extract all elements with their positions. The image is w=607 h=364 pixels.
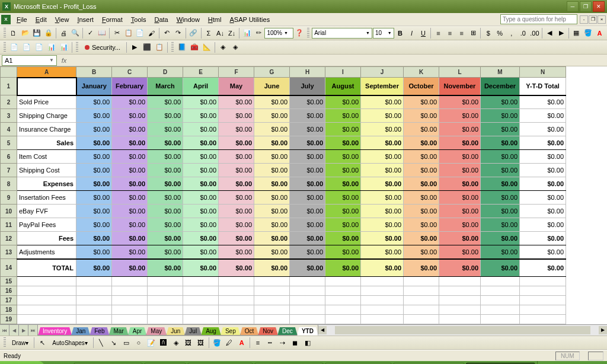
- empty-cell[interactable]: [76, 277, 112, 286]
- data-cell[interactable]: $0.00: [361, 232, 404, 245]
- data-cell[interactable]: $0.00: [254, 245, 290, 259]
- menu-window[interactable]: Window: [172, 14, 204, 25]
- empty-cell[interactable]: [17, 277, 76, 286]
- data-cell[interactable]: $0.00: [325, 205, 361, 218]
- empty-cell[interactable]: [219, 277, 254, 286]
- formula-input[interactable]: [71, 55, 607, 66]
- picture-icon[interactable]: 🖼: [195, 337, 207, 349]
- data-cell[interactable]: $0.00: [290, 259, 325, 277]
- row-header-4[interactable]: 4: [1, 123, 17, 136]
- data-cell[interactable]: $0.00: [148, 245, 183, 259]
- row-label[interactable]: Expenses: [17, 177, 76, 191]
- empty-cell[interactable]: [520, 296, 566, 305]
- line-icon[interactable]: ╲: [95, 337, 107, 349]
- empty-cell[interactable]: [290, 286, 325, 296]
- data-cell[interactable]: $0.00: [290, 150, 325, 164]
- toolbar-grip[interactable]: [307, 28, 309, 39]
- empty-cell[interactable]: [520, 286, 566, 296]
- data-cell[interactable]: $0.00: [361, 164, 404, 177]
- menu-format[interactable]: Format: [98, 14, 127, 25]
- data-cell[interactable]: $0.00: [439, 232, 481, 245]
- data-cell[interactable]: $0.00: [183, 245, 219, 259]
- row-label[interactable]: Insurance Charge: [17, 123, 76, 136]
- data-cell[interactable]: $0.00: [219, 205, 254, 218]
- sheet-tab-aug[interactable]: Aug: [201, 327, 221, 336]
- align-left-icon[interactable]: ≡: [433, 27, 444, 39]
- data-cell[interactable]: $0.00: [254, 136, 290, 150]
- data-cell[interactable]: $0.00: [404, 191, 439, 205]
- data-cell[interactable]: $0.00: [361, 150, 404, 164]
- data-cell[interactable]: $0.00: [112, 164, 148, 177]
- cell-A1[interactable]: [17, 78, 76, 95]
- data-cell[interactable]: $0.00: [325, 95, 361, 109]
- data-cell[interactable]: $0.00: [183, 177, 219, 191]
- data-cell[interactable]: $0.00: [254, 232, 290, 245]
- design-icon[interactable]: 📐: [201, 41, 213, 53]
- horizontal-scrollbar[interactable]: ◀▶: [318, 325, 607, 336]
- data-cell[interactable]: $0.00: [481, 232, 520, 245]
- data-cell[interactable]: $0.00: [439, 218, 481, 232]
- empty-cell[interactable]: [361, 305, 404, 315]
- data-cell[interactable]: $0.00: [76, 109, 112, 123]
- data-cell[interactable]: $0.00: [481, 109, 520, 123]
- row-header-18[interactable]: 18: [1, 305, 17, 315]
- column-header-M[interactable]: M: [481, 67, 520, 78]
- name-box[interactable]: A1▼: [2, 55, 57, 66]
- align-center-icon[interactable]: ≡: [445, 27, 456, 39]
- dash-style-icon[interactable]: ┅: [264, 337, 276, 349]
- data-cell[interactable]: $0.00: [148, 150, 183, 164]
- column-header-L[interactable]: L: [439, 67, 481, 78]
- data-cell[interactable]: $0.00: [183, 150, 219, 164]
- italic-icon[interactable]: I: [406, 27, 417, 39]
- sheet-tab-jan[interactable]: Jan: [71, 327, 90, 336]
- row-header-3[interactable]: 3: [1, 109, 17, 123]
- data-cell[interactable]: $0.00: [112, 177, 148, 191]
- data-cell[interactable]: $0.00: [481, 95, 520, 109]
- data-cell[interactable]: $0.00: [520, 164, 566, 177]
- close-button[interactable]: ✕: [593, 1, 605, 12]
- data-cell[interactable]: $0.00: [439, 259, 481, 277]
- row-label[interactable]: Sales: [17, 136, 76, 150]
- empty-cell[interactable]: [439, 315, 481, 324]
- data-cell[interactable]: $0.00: [290, 95, 325, 109]
- empty-cell[interactable]: [112, 296, 148, 305]
- row-label[interactable]: Shipping Charge: [17, 109, 76, 123]
- misc-icon[interactable]: ◈: [229, 41, 241, 53]
- data-cell[interactable]: $0.00: [481, 136, 520, 150]
- data-cell[interactable]: $0.00: [148, 218, 183, 232]
- align-right-icon[interactable]: ≡: [456, 27, 467, 39]
- row-header-9[interactable]: 9: [1, 191, 17, 205]
- tab-first-button[interactable]: ⏮: [0, 325, 9, 336]
- data-cell[interactable]: $0.00: [76, 177, 112, 191]
- help-icon[interactable]: ❓: [294, 27, 305, 39]
- row-header-13[interactable]: 13: [1, 245, 17, 259]
- data-cell[interactable]: $0.00: [520, 191, 566, 205]
- sort-asc-icon[interactable]: A↓: [215, 27, 226, 39]
- data-cell[interactable]: $0.00: [325, 218, 361, 232]
- row-header-10[interactable]: 10: [1, 205, 17, 218]
- menu-insert[interactable]: Insert: [73, 14, 98, 25]
- sheet-tab-feb[interactable]: Feb: [90, 327, 109, 336]
- data-cell[interactable]: $0.00: [439, 136, 481, 150]
- row-label[interactable]: PayPal Fees: [17, 218, 76, 232]
- row-label[interactable]: Item Cost: [17, 150, 76, 164]
- data-cell[interactable]: $0.00: [112, 218, 148, 232]
- empty-cell[interactable]: [219, 305, 254, 315]
- empty-cell[interactable]: [404, 305, 439, 315]
- data-cell[interactable]: $0.00: [112, 259, 148, 277]
- help-search[interactable]: [500, 14, 577, 24]
- data-cell[interactable]: $0.00: [148, 95, 183, 109]
- row-header-17[interactable]: 17: [1, 296, 17, 305]
- preview-icon[interactable]: 🔍: [69, 27, 81, 39]
- new-icon[interactable]: 🗋: [8, 27, 20, 39]
- month-header[interactable]: April: [183, 78, 219, 95]
- data-cell[interactable]: $0.00: [481, 150, 520, 164]
- empty-cell[interactable]: [112, 315, 148, 324]
- row-header-19[interactable]: 19: [1, 315, 17, 324]
- empty-cell[interactable]: [254, 277, 290, 286]
- data-cell[interactable]: $0.00: [404, 164, 439, 177]
- chart-icon[interactable]: 📊: [241, 27, 253, 39]
- empty-cell[interactable]: [361, 315, 404, 324]
- data-cell[interactable]: $0.00: [481, 245, 520, 259]
- column-header-H[interactable]: H: [290, 67, 325, 78]
